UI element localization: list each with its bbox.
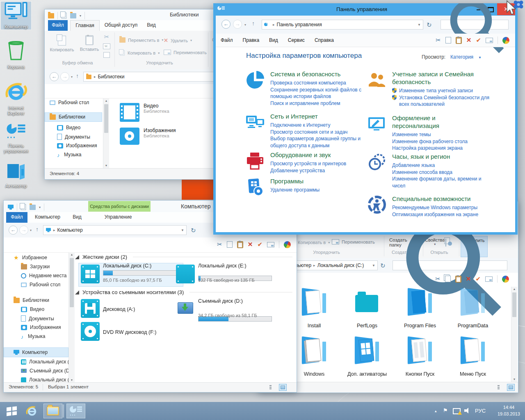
breadcrumb[interactable]: Компьютер xyxy=(57,227,83,233)
new-item-icon[interactable] xyxy=(62,13,67,18)
hardware-sound-icon[interactable] xyxy=(245,151,265,171)
network-internet-icon[interactable] xyxy=(245,112,265,132)
desktop-icon-internet-explorer[interactable]: Internet Explorer xyxy=(1,80,31,116)
sidebar-item-documents[interactable]: Документы xyxy=(21,315,54,322)
address-dropdown-icon[interactable]: ▼ xyxy=(372,264,375,267)
paste-button[interactable]: Вставить xyxy=(78,32,101,52)
category-title[interactable]: Оформление и персонализация xyxy=(392,114,454,130)
sidebar-item-desktop[interactable]: Рабочий стол xyxy=(21,282,60,288)
search-box[interactable] xyxy=(441,20,509,30)
copy-icon[interactable] xyxy=(227,241,233,248)
user-accounts-icon[interactable] xyxy=(367,70,387,90)
rename-button[interactable]: Переименовать xyxy=(164,50,207,55)
help-pinwheel-icon[interactable] xyxy=(283,240,292,249)
history-dropdown-icon[interactable]: ▾ xyxy=(244,23,246,27)
cp-task-link[interactable]: Просмотр устройств и принтеров xyxy=(270,160,365,167)
sidebar-item-recent[interactable]: Недавние места xyxy=(21,273,66,278)
folder-label[interactable]: Кнопки Пуск xyxy=(395,371,445,377)
cp-task-link[interactable]: Выбор параметров домашней группы и общег… xyxy=(270,135,365,149)
properties-icon[interactable] xyxy=(30,205,36,210)
drive-a-item[interactable] xyxy=(81,299,100,318)
sidebar-item-music[interactable]: ♪Музыка xyxy=(21,333,45,339)
scroll-up-icon[interactable]: ▲ xyxy=(511,287,517,292)
folder-icon[interactable] xyxy=(48,13,54,18)
copy-icon[interactable] xyxy=(445,37,451,43)
help-pinwheel-icon[interactable] xyxy=(501,274,510,283)
drive-name[interactable]: DVD RW дисковод (F:) xyxy=(103,329,156,335)
group-header-harddisks[interactable]: Жесткие диски (2) xyxy=(75,254,292,260)
language-indicator[interactable]: РУС xyxy=(475,408,486,414)
category-title[interactable]: Система и безопасность xyxy=(270,70,365,78)
address-bar[interactable]: Компьютер ▸ Локальный диск (C:) ▼ xyxy=(283,260,378,270)
sidebar-item-libraries[interactable]: Библиотеки xyxy=(14,297,49,303)
back-button[interactable]: ← xyxy=(9,226,18,235)
tab-view[interactable]: Вид xyxy=(68,212,87,223)
drive-c-item[interactable] xyxy=(81,265,100,283)
drive-name[interactable]: Съемный диск (D:) xyxy=(198,298,243,304)
scroll-down-icon[interactable]: ▼ xyxy=(103,163,109,168)
up-button[interactable]: ↑ xyxy=(76,73,79,79)
folder-label[interactable]: Install xyxy=(290,323,339,329)
view-by-dropdown-icon[interactable]: ▼ xyxy=(478,56,482,59)
properties-icon[interactable] xyxy=(485,276,493,282)
breadcrumb[interactable]: Библиотеки xyxy=(98,74,125,80)
sidebar-item-computer[interactable]: Компьютер xyxy=(14,349,48,355)
network-status-icon[interactable] xyxy=(453,408,461,414)
forward-button[interactable]: → xyxy=(60,72,69,81)
category-title[interactable]: Учетные записи и Семейная безопасность xyxy=(392,70,495,86)
desktop-icon-recycle-bin[interactable]: Корзина xyxy=(1,40,31,70)
up-button[interactable]: ↑ xyxy=(252,20,255,27)
cut-icon[interactable]: ✂ xyxy=(217,241,222,248)
sidebar-item-music[interactable]: ♪Музыка xyxy=(57,152,81,158)
library-item-videos[interactable]: Видео Библиотека xyxy=(120,103,169,122)
folder-activators[interactable] xyxy=(354,337,381,366)
cut-icon[interactable]: ✂ xyxy=(435,275,441,283)
menu-help[interactable]: Справка xyxy=(315,37,334,43)
folder-label[interactable]: PerfLogs xyxy=(342,323,392,329)
search-box[interactable] xyxy=(393,260,507,270)
folder-start-menu[interactable] xyxy=(459,337,486,366)
sidebar-item-desktop[interactable]: Рабочий стол xyxy=(50,100,89,105)
address-bar[interactable]: ▸ Компьютер ▼ xyxy=(43,225,187,235)
scrollbar-thumb[interactable] xyxy=(512,292,516,317)
address-dropdown-icon[interactable]: ▼ xyxy=(181,228,184,232)
drive-name[interactable]: Локальный диск (C:) xyxy=(103,263,151,269)
cp-task-link[interactable]: Изменение темы xyxy=(392,131,495,138)
new-item-icon[interactable] xyxy=(21,204,26,210)
cp-task-link[interactable]: Добавление устройства xyxy=(270,167,365,174)
tab-file[interactable]: Файл xyxy=(48,20,68,31)
properties-icon[interactable] xyxy=(70,13,76,18)
ease-of-access-icon[interactable] xyxy=(367,195,387,215)
back-button[interactable]: ← xyxy=(221,20,231,29)
qat-dropdown-icon[interactable]: ▾ xyxy=(39,205,41,209)
sidebar-item-documents[interactable]: Документы xyxy=(57,134,90,140)
folder-perflogs[interactable] xyxy=(354,288,381,318)
menu-file[interactable]: Файл xyxy=(221,37,233,43)
cp-task-link[interactable]: Оптимизация изображения на экране xyxy=(392,211,495,218)
system-security-icon[interactable] xyxy=(245,70,265,90)
action-center-flag-icon[interactable]: ⚑ xyxy=(443,407,448,413)
folder-label[interactable]: Program Files xyxy=(395,323,445,329)
scrollbar-thumb[interactable] xyxy=(70,258,74,307)
drive-d-item[interactable] xyxy=(178,302,193,314)
sidebar-item-disk-c[interactable]: Локальный диск (C:) xyxy=(21,359,68,365)
copy-button[interactable]: Копировать xyxy=(47,32,77,52)
address-dropdown-icon[interactable]: ▼ xyxy=(418,23,421,27)
thumbnail-view-icon[interactable] xyxy=(279,384,287,391)
cp-task-link[interactable]: Подключение к Интернету xyxy=(270,122,365,129)
clock-language-icon[interactable] xyxy=(367,153,387,172)
cp-task-link[interactable]: Настройка разрешения экрана xyxy=(392,145,495,152)
paste-icon[interactable] xyxy=(455,276,461,283)
window-control-panel[interactable]: Панель управления ✕ ← → ▾ ↑ ▸ Панель упр… xyxy=(213,3,518,235)
tray-expand-icon[interactable]: ▴ xyxy=(435,409,437,413)
cp-task-link[interactable]: Удаление программы xyxy=(270,187,365,194)
folder-programdata[interactable] xyxy=(459,288,486,318)
folder-windows[interactable] xyxy=(301,337,328,366)
menu-view[interactable]: Вид xyxy=(269,37,278,43)
qat-dropdown-icon[interactable]: ▾ xyxy=(80,14,81,18)
cp-task-link[interactable]: Изменение способа ввода xyxy=(392,169,495,176)
up-button[interactable]: ↑ xyxy=(36,226,39,233)
cp-task-link[interactable]: Изменение типа учетной записи xyxy=(399,87,473,94)
sidebar-item-videos[interactable]: Видео xyxy=(57,125,80,130)
folder-install[interactable] xyxy=(301,288,328,318)
